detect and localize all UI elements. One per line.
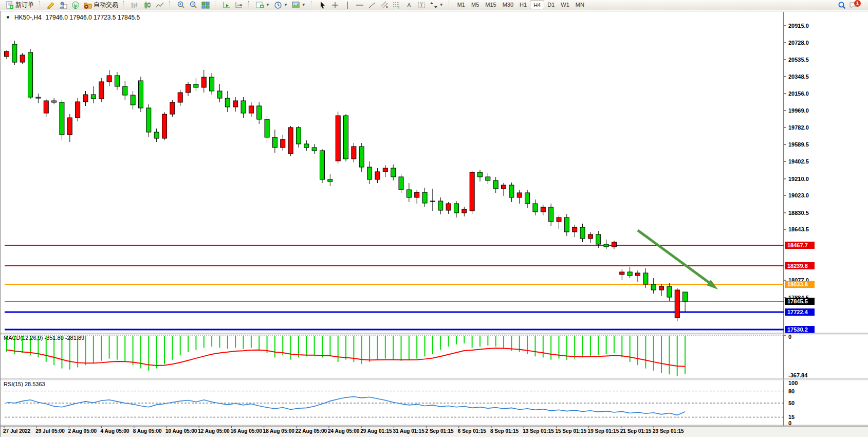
trendline-icon [368, 1, 376, 9]
timeframe-button-h4[interactable]: H4 [530, 1, 544, 9]
toolbar-separator [39, 1, 42, 9]
candle-body [154, 132, 159, 138]
template-icon [292, 1, 300, 9]
candle-body [217, 91, 222, 98]
candle-body [557, 217, 561, 222]
candle-body [170, 102, 175, 114]
text-tool-button[interactable]: A [403, 1, 415, 10]
tile-windows-button[interactable] [199, 1, 212, 10]
notifications-button[interactable]: 1 [849, 1, 864, 9]
crayon-icon [47, 1, 55, 9]
auto-scroll-button[interactable] [220, 1, 233, 10]
candle-body [651, 284, 656, 290]
candle-body [210, 77, 214, 91]
person-document-icon [59, 1, 67, 9]
price-line-badge-label: 17722.4 [787, 309, 808, 315]
new-order-label: 新订单 [15, 1, 34, 9]
timeframe-button-h1[interactable]: H1 [516, 1, 530, 9]
candle-body [123, 86, 127, 95]
candle-body [572, 227, 577, 232]
styler-button[interactable] [45, 1, 57, 10]
period-button[interactable]: ▼ [272, 1, 290, 10]
add-indicator-button[interactable]: ▼ [254, 1, 272, 10]
candle-body [67, 118, 72, 135]
candle-body [604, 244, 608, 247]
timeframe-button-m1[interactable]: M1 [454, 1, 468, 9]
candle-body [178, 93, 182, 102]
candle-body [146, 108, 151, 132]
trendline-tool-button[interactable] [366, 1, 378, 10]
svg-text:T: T [420, 3, 423, 8]
candle-body [493, 180, 498, 189]
chart-canvas[interactable]: 20915.020728.020535.520348.520156.019969… [1, 11, 868, 437]
text-label-icon: T [417, 1, 426, 9]
candle-body [83, 95, 88, 102]
signals-button[interactable]: (ρ [69, 1, 82, 10]
candle-body [675, 290, 679, 318]
line-chart-icon [156, 1, 164, 9]
price-tick-label: 19589.5 [788, 141, 809, 148]
chart-shift-button[interactable] [233, 1, 245, 10]
macd-bottom-value: -367.84 [788, 372, 808, 378]
timeframe-button-w1[interactable]: W1 [558, 1, 572, 9]
autotrading-label: 自动交易 [94, 1, 118, 9]
candle-body [478, 172, 483, 177]
candle-body [430, 201, 435, 202]
zoom-out-icon [189, 1, 197, 9]
svg-text:E: E [386, 6, 388, 9]
timeframe-button-d1[interactable]: D1 [544, 1, 558, 9]
fibonacci-tool-button[interactable]: F [391, 1, 403, 10]
candle-body [549, 207, 553, 222]
add-indicator-icon [256, 1, 264, 9]
candle-body [375, 172, 380, 179]
candle-body [36, 97, 41, 98]
chart-window[interactable]: 20915.020728.020535.520348.520156.019969… [0, 11, 868, 437]
time-tick-label: 29 Jul 05:00 [35, 428, 65, 434]
autotrading-icon [84, 1, 92, 9]
bar-chart-button[interactable] [129, 1, 141, 10]
candle-body [525, 193, 530, 204]
shapes-tool-button[interactable]: ▼ [428, 1, 446, 10]
label-tool-button[interactable]: T [415, 1, 428, 10]
cursor-tool-button[interactable] [317, 1, 329, 10]
template-button[interactable]: ▼ [290, 1, 308, 10]
symbol-period-label: HK50-,H4 [14, 14, 42, 21]
equidistant-channel-icon: E [380, 1, 389, 9]
trend-arrow-line[interactable] [638, 230, 711, 284]
crosshair-icon [331, 1, 339, 9]
timeframe-button-mn[interactable]: MN [572, 1, 587, 9]
rsi-level-label: 0 [788, 420, 791, 426]
vline-tool-button[interactable] [341, 1, 354, 10]
timeframe-button-m15[interactable]: M15 [482, 1, 499, 9]
toolbar-separator [248, 1, 251, 9]
collapse-arrow-icon[interactable]: ▼ [6, 15, 10, 20]
price-tick-label: 19782.0 [788, 124, 809, 131]
zoom-out-button[interactable] [187, 1, 199, 10]
timeframe-button-m30[interactable]: M30 [500, 1, 516, 9]
ohlc-values: 17946.0 17946.0 17723.5 17845.5 [46, 14, 140, 21]
search-icon[interactable] [838, 1, 846, 9]
zoom-in-button[interactable] [175, 1, 187, 10]
crosshair-tool-button[interactable] [329, 1, 341, 10]
candle-body [659, 286, 664, 290]
price-line-badge-label: 17845.5 [787, 298, 808, 304]
candle-body [359, 147, 364, 167]
line-chart-button[interactable] [154, 1, 166, 10]
candle-body [391, 168, 396, 177]
candle-body [407, 190, 411, 197]
candle-body [383, 168, 387, 172]
channel-tool-button[interactable]: E [378, 1, 391, 10]
tile-windows-icon [201, 1, 210, 9]
price-tick-label: 20535.5 [788, 57, 809, 63]
candlestick-chart-button[interactable] [141, 1, 154, 10]
candle-body [201, 77, 206, 87]
price-tick-label: 19023.0 [788, 192, 809, 198]
candle-body [667, 286, 672, 297]
market-watch-button[interactable] [57, 1, 69, 10]
candle-body [60, 102, 64, 135]
hline-tool-button[interactable] [354, 1, 366, 10]
candle-body [91, 95, 96, 99]
autotrading-button[interactable]: 自动交易 [82, 1, 120, 10]
timeframe-button-m5[interactable]: M5 [468, 1, 482, 9]
new-order-button[interactable]: 新订单 [4, 1, 36, 10]
